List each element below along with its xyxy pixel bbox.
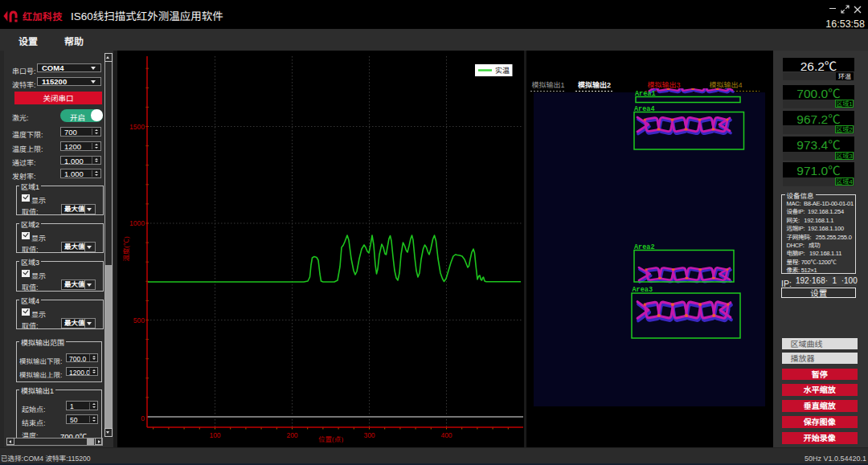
svg-text:1000: 1000 [129,219,145,227]
svg-text:300: 300 [363,431,375,439]
svg-text:温度(℃): 温度(℃) [121,236,130,261]
svg-text:Area3: Area3 [633,286,653,294]
svg-text:200: 200 [286,431,297,439]
svg-text:Area2: Area2 [634,243,655,251]
svg-text:1500: 1500 [129,123,145,131]
svg-text:位置(点): 位置(点) [318,434,343,443]
svg-text:0: 0 [141,414,145,422]
svg-text:500: 500 [133,316,145,324]
svg-text:400: 400 [440,431,452,439]
svg-text:Area4: Area4 [634,105,655,113]
svg-text:Area1: Area1 [635,90,656,98]
svg-text:实温: 实温 [495,65,510,75]
svg-text:100: 100 [209,431,220,439]
